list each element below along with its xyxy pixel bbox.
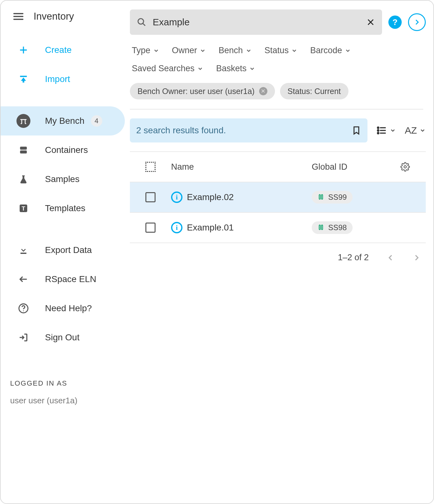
- table-header: Name Global ID: [130, 152, 426, 182]
- sidebar-item-templates[interactable]: T Templates: [1, 194, 130, 223]
- download-icon: [16, 243, 30, 257]
- svg-point-23: [377, 127, 379, 128]
- plus-icon: [16, 43, 30, 57]
- svg-rect-28: [322, 195, 323, 199]
- next-page-button[interactable]: [412, 254, 421, 262]
- row-checkbox[interactable]: [145, 223, 156, 233]
- signout-icon: [16, 331, 30, 344]
- create-label: Create: [45, 45, 72, 55]
- list-icon: [376, 125, 387, 136]
- search-box[interactable]: [130, 9, 382, 35]
- sidebar-item-containers[interactable]: Containers: [1, 135, 130, 165]
- import-button[interactable]: Import: [1, 65, 130, 94]
- close-icon[interactable]: ✕: [259, 87, 267, 95]
- help-label: Need Help?: [45, 303, 92, 313]
- import-label: Import: [45, 74, 70, 84]
- filter-status-label: Status: [265, 46, 289, 55]
- chevron-down-icon: [153, 47, 159, 54]
- export-label: Export Data: [45, 245, 92, 255]
- search-input[interactable]: [153, 17, 366, 28]
- column-global-id[interactable]: Global ID: [312, 162, 400, 172]
- create-button[interactable]: Create: [1, 35, 130, 65]
- chevron-down-icon: [197, 66, 203, 72]
- chevron-down-icon: [291, 47, 297, 54]
- flask-icon: [16, 172, 30, 186]
- results-table: Name Global ID i Example.02 SS99: [130, 151, 426, 243]
- svg-point-14: [23, 310, 24, 311]
- sort-label: AZ: [405, 125, 417, 136]
- filter-chip[interactable]: Status: Current: [280, 83, 348, 99]
- import-icon: [16, 72, 30, 86]
- filter-barcode-label: Barcode: [310, 46, 342, 55]
- sample-icon: [317, 224, 324, 231]
- filter-status[interactable]: Status: [265, 46, 298, 55]
- filter-type[interactable]: Type: [132, 46, 159, 55]
- table-row[interactable]: i Example.02 SS99: [130, 182, 426, 213]
- help-icon: [16, 301, 30, 315]
- svg-rect-11: [21, 253, 27, 254]
- view-toggle[interactable]: [376, 125, 396, 136]
- filter-saved-label: Saved Searches: [132, 64, 195, 73]
- column-name[interactable]: Name: [171, 162, 312, 172]
- svg-rect-27: [319, 195, 321, 199]
- global-id-pill[interactable]: SS98: [312, 221, 353, 234]
- sidebar: Inventory Create Import: [1, 1, 130, 503]
- table-row[interactable]: i Example.01 SS98: [130, 213, 426, 243]
- filter-baskets[interactable]: Baskets: [216, 64, 255, 73]
- global-id-text: SS99: [328, 193, 347, 202]
- logged-in-label: LOGGED IN AS: [1, 371, 130, 396]
- svg-rect-30: [322, 225, 323, 230]
- sample-icon: [317, 194, 324, 201]
- prev-page-button[interactable]: [386, 254, 395, 262]
- sidebar-item-export[interactable]: Export Data: [1, 236, 130, 265]
- chevron-down-icon: [249, 66, 255, 72]
- chip-label: Status: Current: [288, 87, 341, 96]
- search-icon: [137, 17, 146, 27]
- svg-line-17: [143, 23, 145, 26]
- samples-label: Samples: [45, 174, 80, 184]
- svg-point-24: [377, 130, 379, 131]
- global-id-text: SS98: [328, 223, 347, 232]
- sidebar-item-my-bench[interactable]: My Bench 4: [1, 106, 125, 135]
- chevron-down-icon: [345, 47, 351, 54]
- global-id-pill[interactable]: SS99: [312, 191, 353, 204]
- svg-point-25: [377, 132, 379, 134]
- sidebar-item-signout[interactable]: Sign Out: [1, 323, 130, 352]
- row-checkbox[interactable]: [145, 192, 156, 202]
- filter-type-label: Type: [132, 46, 150, 55]
- chevron-down-icon: [246, 47, 252, 54]
- filter-bench[interactable]: Bench: [219, 46, 252, 55]
- sidebar-item-help[interactable]: Need Help?: [1, 294, 130, 323]
- chevron-down-icon: [200, 47, 206, 54]
- containers-label: Containers: [45, 145, 88, 155]
- svg-point-16: [138, 19, 144, 24]
- bookmark-icon[interactable]: [352, 126, 361, 135]
- info-icon[interactable]: i: [171, 192, 182, 203]
- filter-barcode[interactable]: Barcode: [310, 46, 351, 55]
- template-icon: T: [16, 201, 30, 215]
- row-name: Example.01: [187, 223, 234, 233]
- container-icon: [16, 143, 30, 157]
- app-title: Inventory: [34, 11, 74, 22]
- select-all-icon[interactable]: [145, 162, 156, 172]
- gear-icon[interactable]: [400, 162, 426, 172]
- pagination-text: 1–2 of 2: [338, 253, 369, 262]
- filter-bench-label: Bench: [219, 46, 243, 55]
- filter-baskets-label: Baskets: [216, 64, 246, 73]
- sort-toggle[interactable]: AZ: [405, 125, 426, 136]
- hamburger-menu-icon[interactable]: [13, 10, 26, 23]
- svg-point-26: [404, 166, 406, 168]
- sidebar-item-rspace-eln[interactable]: RSpace ELN: [1, 265, 130, 294]
- filter-saved-searches[interactable]: Saved Searches: [132, 64, 203, 73]
- rspace-label: RSpace ELN: [45, 274, 96, 284]
- next-button[interactable]: [408, 13, 426, 31]
- filter-owner[interactable]: Owner: [172, 46, 206, 55]
- help-circle-icon[interactable]: ?: [388, 16, 402, 29]
- sidebar-item-samples[interactable]: Samples: [1, 165, 130, 194]
- filter-chip[interactable]: Bench Owner: user user (user1a)✕: [130, 83, 275, 99]
- chip-label: Bench Owner: user user (user1a): [137, 87, 255, 96]
- arrow-left-icon: [16, 272, 30, 286]
- info-icon[interactable]: i: [171, 222, 182, 233]
- clear-icon[interactable]: [366, 18, 375, 27]
- chevron-down-icon: [419, 127, 426, 134]
